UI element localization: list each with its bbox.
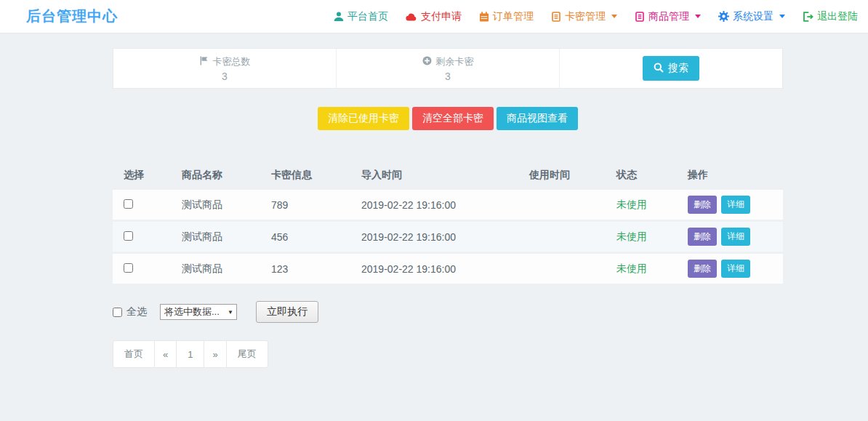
nav-item-logout[interactable]: 退出登陆	[803, 10, 858, 23]
product-book-icon	[635, 12, 645, 22]
row-checkbox[interactable]	[124, 231, 133, 241]
col-use-time: 使用时间	[518, 163, 606, 188]
delete-button[interactable]: 删除	[688, 260, 717, 278]
stat-total-cards: 卡密总数 3	[113, 49, 337, 88]
bulk-action-select[interactable]: 将选中数据... ▼	[160, 304, 237, 320]
nav-item-system-settings[interactable]: 系统设置	[718, 10, 785, 23]
nav-item-product-management[interactable]: 商品管理	[635, 10, 701, 23]
delete-button[interactable]: 删除	[688, 196, 717, 214]
nav-label: 订单管理	[493, 10, 534, 23]
card-list-icon	[551, 12, 561, 22]
stat-label: 卡密总数	[213, 55, 251, 68]
select-all-checkbox[interactable]	[113, 308, 122, 317]
stat-remaining-cards: 剩余卡密 3	[337, 49, 560, 88]
chevron-down-icon	[611, 15, 617, 18]
nav-item-payment-request[interactable]: 支付申请	[406, 10, 462, 23]
card-key-table: 选择 商品名称 卡密信息 导入时间 使用时间 状态 操作 测试商品 789 20…	[113, 161, 783, 286]
execute-button[interactable]: 立即执行	[256, 301, 318, 323]
nav-item-card-key-management[interactable]: 卡密管理	[551, 10, 617, 23]
key-info-cell: 456	[260, 222, 350, 252]
nav-label: 平台首页	[347, 10, 388, 23]
main-content: 卡密总数 3 剩余卡密 3 搜索 清除已使用卡密 清空全部卡密 商品视图查看	[113, 48, 783, 368]
col-import-time: 导入时间	[350, 163, 518, 188]
select-caret-icon: ▼	[228, 309, 233, 316]
stats-bar: 卡密总数 3 剩余卡密 3 搜索	[113, 48, 783, 89]
pagination-prev[interactable]: «	[155, 340, 177, 368]
bulk-action-select-value: 将选中数据...	[164, 305, 220, 318]
pagination-first[interactable]: 首页	[113, 340, 155, 368]
bulk-action-buttons: 清除已使用卡密 清空全部卡密 商品视图查看	[113, 107, 783, 130]
use-time-cell	[518, 254, 606, 284]
product-view-button[interactable]: 商品视图查看	[497, 107, 578, 130]
top-navbar: 后台管理中心 平台首页 支付申请 订单管理 卡密管理 商品管理 系统设置	[0, 0, 868, 33]
product-name-cell: 测试商品	[171, 222, 260, 252]
use-time-cell	[518, 222, 606, 252]
nav-item-order-management[interactable]: 订单管理	[479, 10, 534, 23]
table-row: 测试商品 789 2019-02-22 19:16:00 未使用 删除 详细	[113, 190, 783, 220]
stat-value: 3	[222, 71, 228, 82]
col-product-name: 商品名称	[171, 163, 260, 188]
col-operations: 操作	[677, 163, 783, 188]
plus-circle-icon	[422, 56, 432, 68]
cloud-icon	[406, 12, 417, 21]
select-all-label: 全选	[126, 305, 147, 318]
gear-icon	[718, 11, 729, 22]
product-name-cell: 测试商品	[171, 190, 260, 220]
col-status: 状态	[606, 163, 677, 188]
key-info-cell: 789	[260, 190, 350, 220]
pagination-next[interactable]: »	[204, 340, 226, 368]
status-badge: 未使用	[616, 262, 647, 274]
stat-search-cell: 搜索	[560, 49, 782, 88]
detail-button[interactable]: 详细	[721, 228, 750, 246]
nav-label: 系统设置	[733, 10, 773, 23]
delete-button[interactable]: 删除	[688, 228, 717, 246]
nav-label: 支付申请	[421, 10, 462, 23]
pagination-last[interactable]: 尾页	[227, 340, 268, 368]
row-checkbox[interactable]	[124, 263, 133, 273]
pagination-page-1[interactable]: 1	[177, 340, 204, 368]
chevron-down-icon	[779, 15, 785, 18]
stat-value: 3	[445, 71, 451, 82]
import-time-cell: 2019-02-22 19:16:00	[350, 222, 518, 252]
nav-item-platform-home[interactable]: 平台首页	[334, 10, 388, 23]
product-name-cell: 测试商品	[171, 254, 260, 284]
nav-label: 卡密管理	[565, 10, 606, 23]
user-icon	[334, 12, 344, 22]
col-key-info: 卡密信息	[260, 163, 350, 188]
col-select: 选择	[113, 163, 171, 188]
row-checkbox[interactable]	[124, 199, 133, 209]
table-row: 测试商品 456 2019-02-22 19:16:00 未使用 删除 详细	[113, 222, 783, 252]
status-badge: 未使用	[616, 230, 647, 242]
chevron-down-icon	[695, 15, 701, 18]
stat-label: 剩余卡密	[436, 55, 474, 68]
app-title[interactable]: 后台管理中心	[26, 7, 118, 26]
logout-icon	[803, 12, 813, 22]
main-nav: 平台首页 支付申请 订单管理 卡密管理 商品管理 系统设置 退出登陆	[334, 10, 858, 23]
import-time-cell: 2019-02-22 19:16:00	[350, 190, 518, 220]
key-info-cell: 123	[260, 254, 350, 284]
detail-button[interactable]: 详细	[721, 260, 750, 278]
clear-all-cards-button[interactable]: 清空全部卡密	[412, 107, 494, 130]
search-button[interactable]: 搜索	[643, 56, 699, 81]
clear-used-cards-button[interactable]: 清除已使用卡密	[318, 107, 409, 130]
use-time-cell	[518, 190, 606, 220]
pagination: 首页 « 1 » 尾页	[113, 340, 268, 368]
search-icon	[654, 63, 664, 75]
import-time-cell: 2019-02-22 19:16:00	[350, 254, 518, 284]
status-badge: 未使用	[616, 199, 647, 210]
bulk-controls: 全选 将选中数据... ▼ 立即执行	[113, 301, 783, 323]
nav-label: 商品管理	[648, 10, 689, 23]
table-header-row: 选择 商品名称 卡密信息 导入时间 使用时间 状态 操作	[113, 163, 783, 188]
search-button-label: 搜索	[668, 62, 688, 75]
detail-button[interactable]: 详细	[721, 196, 750, 214]
nav-label: 退出登陆	[817, 10, 858, 23]
table-row: 测试商品 123 2019-02-22 19:16:00 未使用 删除 详细	[113, 254, 783, 284]
calendar-icon	[479, 12, 489, 22]
flag-icon	[199, 56, 209, 68]
